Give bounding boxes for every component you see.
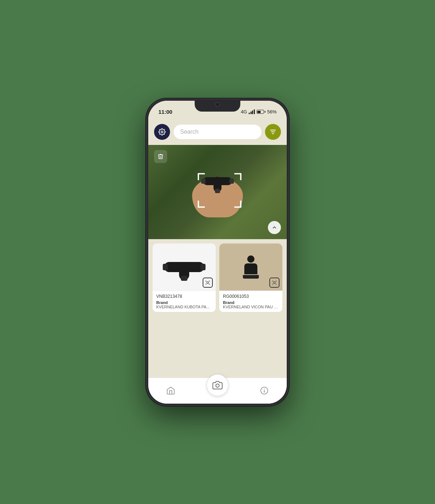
signal-bar-3 — [252, 111, 253, 114]
camera-hand-area — [148, 145, 287, 239]
svg-point-0 — [161, 131, 163, 133]
result-card-2[interactable]: RG00061053 Brand KVERNELAND VICON PAU KU… — [219, 243, 282, 312]
corner-br — [234, 200, 241, 208]
settings-button[interactable] — [154, 124, 170, 140]
search-area: Search — [148, 119, 287, 145]
nozzle-visual — [243, 255, 259, 279]
signal-bar-4 — [254, 109, 255, 114]
result-card-1[interactable]: VNB3213478 Brand KVERNELAND KUBOTA PA... — [153, 243, 216, 312]
t-fitting-visual — [164, 253, 204, 282]
scan-icon-svg-1 — [205, 280, 210, 285]
result-info-2: RG00061053 Brand KVERNELAND VICON PAU KU… — [219, 291, 282, 312]
status-right: 4G 56% — [241, 109, 277, 114]
camera-nav-button[interactable] — [207, 374, 228, 396]
battery-percent: 56% — [267, 109, 277, 114]
corner-tl — [198, 173, 205, 180]
bottom-nav — [148, 378, 287, 404]
delete-button[interactable] — [154, 150, 167, 163]
scan-icon-1[interactable] — [203, 278, 213, 288]
battery-tip — [265, 111, 265, 113]
result-image-1 — [153, 243, 216, 291]
battery-icon — [257, 110, 265, 114]
camera-section — [148, 145, 287, 239]
results-grid: VNB3213478 Brand KVERNELAND KUBOTA PA... — [153, 243, 282, 312]
result-info-1: VNB3213478 Brand KVERNELAND KUBOTA PA... — [153, 291, 216, 312]
search-placeholder: Search — [180, 129, 199, 135]
signal-bar-2 — [250, 112, 252, 114]
scan-frame — [199, 174, 240, 207]
filter-icon — [269, 128, 277, 136]
svg-point-9 — [216, 384, 219, 387]
settings-icon — [158, 128, 166, 136]
svg-rect-5 — [274, 282, 276, 283]
camera-icon — [212, 380, 223, 390]
result-sku-2: RG00061053 — [223, 294, 279, 299]
scan-icon-2[interactable] — [269, 278, 279, 288]
signal-bars — [249, 109, 255, 114]
scan-icon-svg-2 — [272, 280, 277, 285]
status-time: 11:00 — [158, 109, 172, 115]
result-sku-1: VNB3213478 — [156, 294, 212, 299]
home-icon — [166, 386, 175, 395]
home-nav-button[interactable] — [162, 382, 180, 400]
network-label: 4G — [241, 109, 247, 114]
result-brand-value-2: KVERNELAND VICON PAU KUB... — [223, 305, 279, 309]
filter-button[interactable] — [265, 124, 281, 140]
battery-fill — [257, 111, 260, 113]
info-nav-button[interactable] — [255, 382, 273, 400]
app-content: Search — [148, 119, 287, 404]
notch-camera — [215, 102, 220, 107]
svg-rect-4 — [207, 282, 209, 283]
battery-body — [257, 110, 264, 114]
trash-icon — [157, 153, 164, 160]
chevron-up-icon — [272, 225, 277, 230]
phone-screen: 11:00 4G 56% — [148, 101, 287, 404]
result-brand-label-1: Brand — [156, 300, 212, 305]
corner-bl — [198, 200, 205, 208]
search-input-wrap[interactable]: Search — [174, 125, 261, 139]
collapse-button[interactable] — [268, 221, 281, 234]
result-brand-value-1: KVERNELAND KUBOTA PA... — [156, 305, 212, 309]
info-icon — [260, 386, 269, 395]
results-section[interactable]: VNB3213478 Brand KVERNELAND KUBOTA PA... — [148, 239, 287, 378]
corner-tr — [234, 173, 241, 180]
notch — [195, 99, 240, 112]
result-image-2 — [219, 243, 282, 291]
result-brand-label-2: Brand — [223, 300, 279, 305]
signal-bar-1 — [249, 113, 250, 114]
phone-frame: 11:00 4G 56% — [147, 99, 288, 405]
